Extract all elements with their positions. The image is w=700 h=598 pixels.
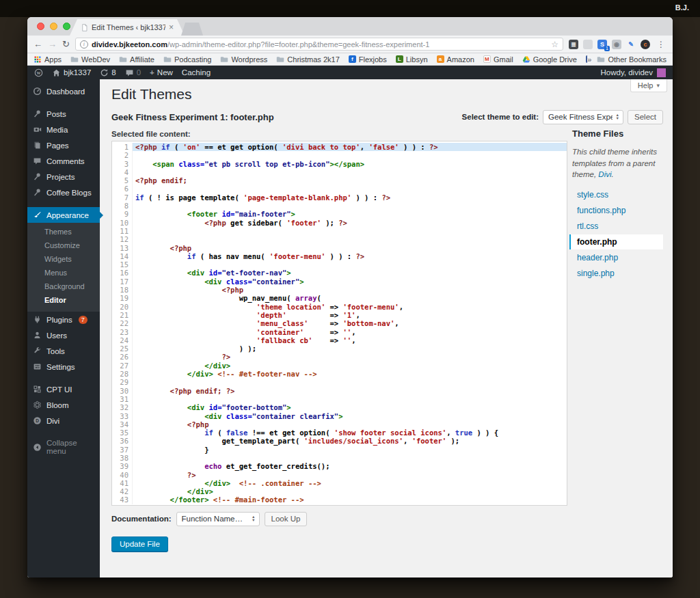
user-avatar[interactable] — [657, 68, 666, 77]
comments-menu[interactable]: 0 — [125, 68, 141, 77]
sidebar-item-cpt-ui[interactable]: CPT UI — [27, 381, 100, 397]
sidebar-item-users[interactable]: Users — [27, 327, 100, 343]
tab-close-icon[interactable]: × — [169, 23, 174, 32]
sidebar-item-pages[interactable]: Pages — [27, 137, 100, 153]
submenu-item-menus[interactable]: Menus — [27, 266, 100, 280]
line-number: 23 — [112, 328, 133, 336]
screenshot-camera-icon[interactable]: ◉ — [612, 40, 621, 49]
bookmark-item[interactable]: Google Drive — [522, 55, 577, 64]
bookmarks-overflow-icon[interactable]: » — [587, 55, 591, 64]
theme-file-header.php[interactable]: header.php — [572, 250, 663, 265]
line-number: 39 — [112, 462, 133, 470]
sidebar-item-plugins[interactable]: Plugins7 — [27, 312, 100, 327]
bookmarks-overflow-area: » Other Bookmarks — [587, 55, 667, 64]
line-number: 33 — [112, 412, 133, 420]
session-manager-icon[interactable]: S1 — [597, 40, 607, 49]
line-number: 12 — [112, 235, 133, 243]
parent-theme-link[interactable]: Divi — [598, 170, 611, 178]
theme-file-rtl.css[interactable]: rtl.css — [572, 219, 663, 234]
bookmark-item[interactable]: fFlexjobs — [349, 55, 387, 64]
line-number: 16 — [112, 269, 133, 277]
sidebar-item-media[interactable]: Media — [27, 122, 100, 137]
theme-file-footer.php[interactable]: footer.php — [569, 234, 663, 249]
bookmark-star-icon[interactable]: ☆ — [551, 40, 558, 49]
disabled-icon[interactable] — [583, 40, 593, 49]
sidebar-item-divi[interactable]: DDivi — [27, 413, 100, 429]
browser-menu-icon[interactable]: ⋮ — [656, 40, 667, 49]
submenu-item-customize[interactable]: Customize — [27, 239, 100, 252]
theme-file-functions.php[interactable]: functions.php — [572, 203, 663, 218]
submenu-item-widgets[interactable]: Widgets — [27, 252, 100, 266]
updates-menu[interactable]: 8 — [100, 68, 116, 77]
sidebar-item-bloom[interactable]: Bloom — [27, 397, 100, 413]
code-text: <div id="et-footer-nav"> — [133, 269, 567, 277]
help-button[interactable]: Help ▾ — [630, 79, 667, 92]
bookmark-item[interactable]: MGmail — [483, 55, 513, 64]
bookmark-item[interactable]: LLibsyn — [396, 55, 428, 64]
browser-window: Edit Themes ‹ bjk1337 — Word × ← → ↻ i d… — [27, 17, 673, 577]
code-line: 36 get_template_part( 'includes/social_i… — [112, 437, 567, 445]
sidebar-item-coffee-blogs[interactable]: Coffee Blogs — [27, 185, 100, 200]
new-content-menu[interactable]: + New — [150, 68, 173, 77]
site-name-menu[interactable]: bjk1337 — [52, 68, 91, 77]
line-number: 19 — [112, 294, 133, 302]
line-number: 8 — [112, 202, 133, 210]
minimize-window-button[interactable] — [50, 23, 57, 30]
submenu-item-themes[interactable]: Themes — [27, 225, 100, 239]
line-number: 20 — [112, 303, 133, 311]
sidebar-item-posts[interactable]: Posts — [27, 106, 100, 122]
code-text — [133, 227, 567, 235]
bookmark-item[interactable]: Christmas 2k17 — [276, 55, 339, 64]
bookmark-item[interactable]: Wordpress — [220, 55, 267, 64]
code-line: 17 <div class="container"> — [112, 277, 567, 286]
documentation-select[interactable]: Function Name… ▲▼ — [176, 512, 260, 526]
code-editor[interactable]: 1<?php if ( 'on' == et_get_option( 'divi… — [111, 141, 567, 506]
bookmark-label: Google Drive — [533, 55, 577, 64]
sidebar-item-projects[interactable]: Projects — [27, 169, 100, 185]
wp-logo-menu[interactable]: W — [34, 68, 43, 77]
bookmark-item[interactable]: Affiliate — [119, 55, 154, 64]
sidebar-item-collapse-menu[interactable]: Collapse menu — [27, 435, 100, 459]
zoom-window-button[interactable] — [63, 23, 70, 30]
pin-icon — [33, 109, 42, 118]
reload-icon[interactable]: ↻ — [62, 40, 70, 49]
back-icon[interactable]: ← — [33, 40, 42, 49]
sidebar-item-comments[interactable]: Comments — [27, 153, 100, 169]
caching-label: Caching — [182, 68, 211, 77]
submenu-item-background[interactable]: Background — [27, 280, 100, 293]
howdy-label[interactable]: Howdy, dividev — [601, 68, 654, 77]
apps-grid-icon — [33, 55, 42, 64]
sidebar-item-appearance[interactable]: Appearance — [27, 207, 100, 223]
layers-icon[interactable]: ≣ — [569, 40, 578, 49]
media-icon — [33, 125, 42, 134]
cpanel-extension-icon[interactable]: c — [641, 40, 650, 49]
update-file-button[interactable]: Update File — [111, 536, 168, 552]
folder-icon — [220, 55, 228, 64]
caching-menu[interactable]: Caching — [182, 68, 211, 77]
other-bookmarks-folder[interactable]: Other Bookmarks — [597, 55, 667, 64]
close-window-button[interactable] — [37, 23, 44, 30]
sidebar-item-dashboard[interactable]: Dashboard — [27, 83, 100, 99]
submenu-item-editor[interactable]: Editor — [27, 293, 100, 307]
bookmark-item[interactable]: aAmazon — [437, 55, 474, 64]
select-theme-button[interactable]: Select — [628, 110, 663, 124]
forward-icon[interactable]: → — [48, 40, 57, 49]
browser-tab[interactable]: Edit Themes ‹ bjk1337 — Word × — [70, 19, 185, 36]
theme-file-single.php[interactable]: single.php — [572, 266, 663, 281]
code-text: 'container' => '', — [133, 328, 567, 336]
bookmark-item[interactable]: WebDev — [70, 55, 110, 64]
theme-file-style.css[interactable]: style.css — [572, 187, 663, 202]
new-tab-button[interactable] — [181, 23, 203, 36]
page-editor-pen-icon[interactable]: ✎ — [626, 40, 636, 49]
bookmark-item[interactable]: Apps — [33, 55, 62, 64]
sidebar-item-settings[interactable]: Settings — [27, 359, 100, 375]
grid-icon — [33, 385, 42, 394]
wordpress-logo-icon: W — [34, 68, 43, 77]
site-info-icon[interactable]: i — [80, 40, 88, 49]
sidebar-item-tools[interactable]: Tools — [27, 343, 100, 359]
bookmark-item[interactable]: Podcasting — [163, 55, 211, 64]
lookup-button[interactable]: Look Up — [265, 512, 308, 526]
address-bar[interactable]: i dividev.bjkeeton.com/wp-admin/theme-ed… — [75, 38, 563, 51]
code-line: 8 — [112, 202, 567, 210]
theme-select[interactable]: Geek Fitness Experir ▲▼ — [543, 110, 623, 124]
